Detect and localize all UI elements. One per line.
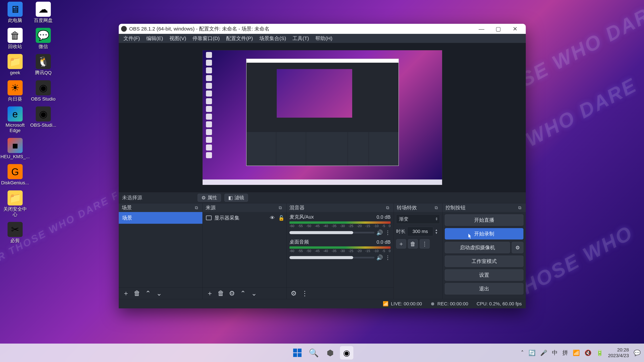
db-ticks: -60-55-50-45-40-35-30-25-20-15-10-50 <box>290 249 390 253</box>
icon-label: OBS-Studi... <box>30 122 56 128</box>
menu-item[interactable]: 视图(V) <box>166 34 189 43</box>
desktop-icon[interactable]: 📁关闭安全中心 <box>2 190 28 217</box>
source-item[interactable]: 显示器采集 👁 🔓 <box>202 212 286 224</box>
popout-icon[interactable]: ⧉ <box>433 205 439 211</box>
menu-item[interactable]: 工具(T) <box>290 34 312 43</box>
preview-canvas[interactable] <box>202 50 442 185</box>
icon-label: 向日葵 <box>8 96 22 102</box>
taskbar-app[interactable]: ⬢ <box>324 346 337 360</box>
windows-taskbar[interactable]: 🔍 ⬢ ◉ ˄ 🔄 🎤 中 拼 📶 🔇 🔋 20:28 2023/4/23 💬 <box>0 344 644 362</box>
desktop-icon[interactable]: 🖥此电脑 <box>2 2 28 23</box>
wifi-icon[interactable]: 📶 <box>573 350 580 356</box>
app-icon: ☀ <box>8 80 23 95</box>
close-button[interactable]: ✕ <box>507 24 524 34</box>
battery-icon[interactable]: 🔋 <box>596 350 603 356</box>
remove-scene-button[interactable]: 🗑 <box>132 289 142 298</box>
virtual-camera-settings-button[interactable]: ⚙ <box>512 242 524 253</box>
desktop-icon[interactable]: eMicrosoft Edge <box>2 106 28 133</box>
scene-item[interactable]: 场景 <box>119 212 202 224</box>
titlebar[interactable]: OBS 28.1.2 (64-bit, windows) - 配置文件: 未命名… <box>119 24 526 34</box>
menu-item[interactable]: 场景集合(S) <box>256 34 289 43</box>
mixer-settings-button[interactable]: ⚙ <box>289 289 298 298</box>
desktop-icon[interactable]: 🗑回收站 <box>2 28 28 49</box>
exit-button[interactable]: 退出 <box>445 283 524 295</box>
icon-label: DiskGenius... <box>1 180 29 186</box>
menu-item[interactable]: 文件(F) <box>120 34 143 43</box>
volume-slider[interactable] <box>290 257 374 258</box>
preview-nested-window <box>246 59 399 166</box>
microphone-icon[interactable]: 🎤 <box>540 350 547 356</box>
studio-mode-button[interactable]: 工作室模式 <box>445 256 524 267</box>
virtual-camera-button[interactable]: 启动虚拟摄像机 <box>445 242 510 253</box>
desktop-icon[interactable]: ■HEU_KMS_... <box>2 138 28 159</box>
tray-icon[interactable]: 🔄 <box>528 350 536 356</box>
menu-item[interactable]: 配置文件(P) <box>223 34 256 43</box>
maximize-button[interactable]: ▢ <box>490 24 507 34</box>
filters-button[interactable]: ◧滤镜 <box>224 194 248 202</box>
menu-item[interactable]: 编辑(E) <box>143 34 166 43</box>
menu-item[interactable]: 停靠窗口(D) <box>190 34 223 43</box>
desktop-icon[interactable]: ◉OBS Studio <box>30 80 57 102</box>
remove-source-button[interactable]: 🗑 <box>216 289 226 298</box>
source-down-button[interactable]: ⌄ <box>249 289 259 298</box>
obs-icon <box>121 26 127 32</box>
taskbar-obs[interactable]: ◉ <box>340 346 353 360</box>
desktop-icon[interactable]: ✂必剪 <box>2 222 28 243</box>
speaker-icon[interactable]: 🔊 <box>376 254 383 261</box>
popout-icon[interactable]: ⧉ <box>193 205 200 211</box>
remove-transition-button[interactable]: 🗑 <box>408 239 418 249</box>
add-transition-button[interactable]: ＋ <box>396 239 406 249</box>
channel-menu-button[interactable]: ⋮ <box>385 229 390 236</box>
desktop-icon[interactable]: ◉OBS-Studi... <box>30 106 57 128</box>
source-up-button[interactable]: ⌃ <box>238 289 248 298</box>
channel-menu-button[interactable]: ⋮ <box>385 254 390 261</box>
settings-button[interactable]: 设置 <box>445 269 524 281</box>
mixer-menu-button[interactable]: ⋮ <box>300 289 310 298</box>
popout-icon[interactable]: ⧉ <box>384 205 390 211</box>
spin-up-button[interactable]: ▲ <box>435 228 440 231</box>
system-tray[interactable]: ˄ 🔄 🎤 中 拼 📶 🔇 🔋 20:28 2023/4/23 💬 <box>521 347 641 358</box>
icon-label: geek <box>10 70 20 75</box>
volume-icon[interactable]: 🔇 <box>584 350 592 356</box>
controls-dock: 控制按钮⧉ 开始直播 开始录制 启动虚拟摄像机 ⚙ 工作室模式 设置 退出 <box>442 203 526 299</box>
start-streaming-button[interactable]: 开始直播 <box>445 214 524 226</box>
desktop-icon[interactable]: GDiskGenius... <box>2 164 28 186</box>
obs-window: OBS 28.1.2 (64-bit, windows) - 配置文件: 未命名… <box>119 24 526 308</box>
start-recording-button[interactable]: 开始录制 <box>445 228 524 240</box>
source-settings-button[interactable]: ⚙ <box>227 289 237 298</box>
start-button[interactable] <box>291 346 304 360</box>
popout-icon[interactable]: ⧉ <box>517 205 523 211</box>
preview-area[interactable] <box>119 43 526 192</box>
speaker-icon[interactable]: 🔊 <box>376 229 383 236</box>
popout-icon[interactable]: ⧉ <box>277 205 283 211</box>
ime-indicator[interactable]: 中 <box>552 349 558 357</box>
app-icon: 📁 <box>8 54 23 69</box>
desktop-icon[interactable]: ☁百度网盘 <box>30 2 57 23</box>
desktop-icon[interactable]: 💬微信 <box>30 28 57 49</box>
menu-item[interactable]: 帮助(H) <box>312 34 336 43</box>
desktop-icon[interactable]: 📁geek <box>2 54 28 75</box>
add-scene-button[interactable]: ＋ <box>121 289 131 298</box>
minimize-button[interactable]: — <box>473 24 490 34</box>
sources-title: 来源 <box>206 204 216 211</box>
lock-toggle[interactable]: 🔓 <box>278 215 283 221</box>
volume-slider[interactable] <box>290 232 374 233</box>
record-icon: ⏺ <box>430 301 435 307</box>
desktop-icon[interactable]: 🐧腾讯QQ <box>30 54 57 75</box>
desktop-icon[interactable]: ☀向日葵 <box>2 80 28 102</box>
clock[interactable]: 20:28 2023/4/23 <box>608 347 629 358</box>
spin-down-button[interactable]: ▼ <box>435 231 440 234</box>
transition-select[interactable]: 渐变 ⇕ <box>396 214 440 224</box>
visibility-toggle[interactable]: 👁 <box>270 215 276 221</box>
notifications-icon[interactable]: 💬 <box>634 350 641 356</box>
add-source-button[interactable]: ＋ <box>205 289 215 298</box>
desktop: 🖥此电脑🗑回收站📁geek☀向日葵eMicrosoft Edge■HEU_KMS… <box>2 2 58 243</box>
scene-down-button[interactable]: ⌄ <box>154 289 164 298</box>
search-button[interactable]: 🔍 <box>307 346 320 360</box>
ime-mode[interactable]: 拼 <box>562 349 568 357</box>
transition-menu-button[interactable]: ⋮ <box>420 239 430 249</box>
properties-button[interactable]: ⚙属性 <box>198 194 221 202</box>
scene-up-button[interactable]: ⌃ <box>143 289 153 298</box>
chevron-up-icon[interactable]: ˄ <box>521 350 524 356</box>
duration-input[interactable]: 300 ms <box>407 227 433 236</box>
